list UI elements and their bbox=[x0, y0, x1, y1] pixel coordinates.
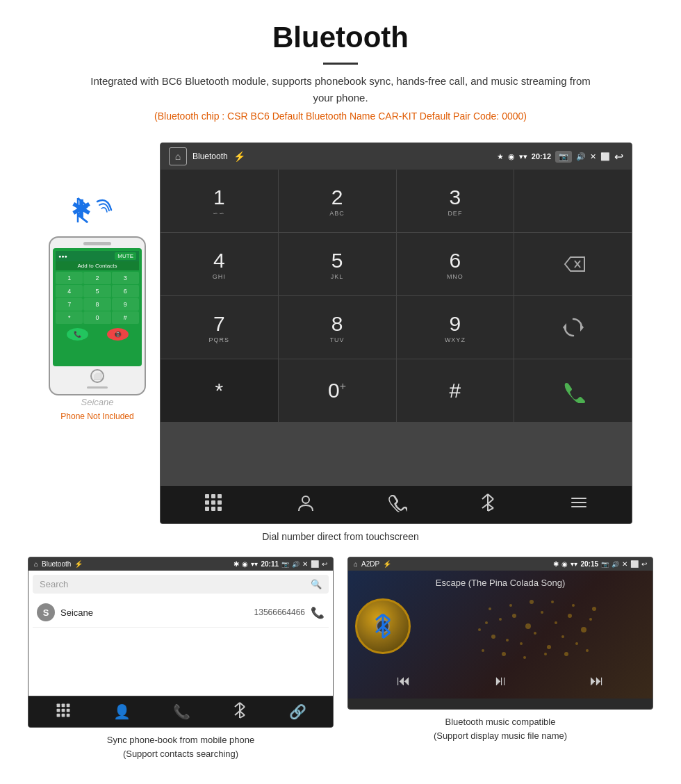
refresh-cell[interactable] bbox=[514, 296, 632, 359]
svg-point-55 bbox=[485, 621, 488, 624]
call-icon-row[interactable]: 📞 bbox=[311, 606, 325, 619]
svg-line-26 bbox=[482, 494, 488, 499]
ms-x[interactable]: ✕ bbox=[622, 560, 627, 568]
svg-point-70 bbox=[589, 618, 592, 621]
svg-line-46 bbox=[235, 711, 240, 715]
phonebook-status-right: ✱ ◉ ▾▾ 20:11 📷 🔊 ✕ ⬜ ↩ bbox=[233, 560, 327, 568]
key-9[interactable]: 9 WXYZ bbox=[397, 296, 514, 359]
svg-rect-11 bbox=[205, 494, 209, 498]
pb-loc: ◉ bbox=[242, 560, 248, 568]
key-8[interactable]: 8 TUV bbox=[279, 296, 396, 359]
key-star[interactable]: * bbox=[161, 359, 278, 422]
svg-rect-33 bbox=[66, 704, 69, 708]
phone-key-9: 9 bbox=[112, 298, 139, 311]
phone-container: ✱ ●●● bbox=[49, 184, 146, 421]
ms-vol: 🔊 bbox=[612, 561, 619, 568]
next-btn[interactable]: ⏭ bbox=[583, 670, 611, 692]
keypad-nav-btn[interactable] bbox=[204, 493, 223, 516]
play-pause-btn[interactable]: ⏯ bbox=[486, 670, 514, 692]
backspace-cell[interactable] bbox=[514, 233, 632, 295]
ms-time: 20:15 bbox=[580, 560, 598, 568]
svg-point-77 bbox=[544, 653, 547, 655]
key-4[interactable]: 4 GHI bbox=[161, 233, 278, 295]
svg-rect-31 bbox=[56, 704, 60, 708]
ms-back[interactable]: ↩ bbox=[641, 560, 647, 568]
pb-win: ⬜ bbox=[311, 560, 319, 568]
pb-x[interactable]: ✕ bbox=[302, 560, 308, 568]
volume-icon: 🔊 bbox=[576, 152, 586, 161]
seicane-watermark: Seicane bbox=[81, 397, 114, 407]
key-5[interactable]: 5 JKL bbox=[279, 233, 396, 295]
time-display: 20:12 bbox=[532, 152, 551, 161]
phone-screen: ●●● MUTE Add to Contacts 1 2 3 4 5 6 7 8… bbox=[53, 248, 142, 366]
pb-nav-keypad[interactable] bbox=[56, 703, 71, 721]
search-bar[interactable]: Search 🔍 bbox=[33, 575, 329, 594]
pb-nav-person[interactable]: 👤 bbox=[113, 703, 131, 720]
phone-key-7: 7 bbox=[56, 298, 83, 311]
music-album-art bbox=[355, 598, 411, 654]
key-7[interactable]: 7 PQRS bbox=[161, 296, 278, 359]
music-caption: Bluetooth music compatible (Support disp… bbox=[434, 715, 567, 742]
home-icon[interactable]: ⌂ bbox=[169, 147, 187, 165]
ms-cam: 📷 bbox=[601, 561, 609, 568]
key-1[interactable]: 1 ∽∽ bbox=[161, 170, 278, 232]
svg-rect-15 bbox=[211, 500, 215, 505]
search-icon[interactable]: 🔍 bbox=[311, 579, 322, 589]
svg-point-69 bbox=[581, 627, 586, 632]
dial-status-label: Bluetooth bbox=[192, 152, 228, 161]
phone-call-btn: 📞 bbox=[67, 328, 88, 341]
music-status-bar: ⌂ A2DP ⚡ ✱ ◉ ▾▾ 20:15 📷 🔊 ✕ ⬜ ↩ bbox=[348, 557, 653, 571]
close-icon[interactable]: ✕ bbox=[590, 152, 596, 161]
svg-rect-14 bbox=[205, 500, 209, 505]
phonebook-screen: ⌂ Bluetooth ⚡ ✱ ◉ ▾▾ 20:11 📷 🔊 ✕ ⬜ ↩ bbox=[28, 557, 334, 728]
call-green-btn[interactable] bbox=[514, 359, 632, 422]
svg-rect-32 bbox=[61, 704, 65, 708]
svg-rect-13 bbox=[218, 494, 222, 498]
svg-point-62 bbox=[534, 632, 536, 635]
svg-line-44 bbox=[240, 715, 245, 718]
ms-home: ⌂ bbox=[354, 560, 358, 568]
call-history-nav-btn[interactable] bbox=[388, 493, 407, 516]
svg-line-43 bbox=[240, 711, 245, 715]
phone-not-included-label: Phone Not Included bbox=[60, 411, 133, 421]
svg-marker-6 bbox=[565, 257, 584, 271]
phone-key-0: 0 bbox=[83, 311, 110, 324]
phonebook-body: Search 🔍 S Seicane 13566664466 📞 bbox=[28, 571, 333, 696]
dial-bottom-nav bbox=[161, 485, 632, 523]
key-hash[interactable]: # bbox=[397, 359, 514, 422]
music-controls: ⏮ ⏯ ⏭ bbox=[355, 670, 646, 692]
pb-nav-link[interactable]: 🔗 bbox=[289, 703, 306, 720]
pb-back[interactable]: ↩ bbox=[322, 560, 327, 568]
svg-line-42 bbox=[240, 707, 245, 711]
pb-bt: ✱ bbox=[233, 560, 239, 568]
svg-point-82 bbox=[592, 607, 596, 611]
bt-waves-area: ✱ bbox=[63, 184, 132, 233]
settings-nav-btn[interactable] bbox=[569, 493, 589, 516]
pb-nav-bt[interactable] bbox=[233, 702, 247, 721]
pb-vol: 🔊 bbox=[292, 561, 300, 568]
music-block: ⌂ A2DP ⚡ ✱ ◉ ▾▾ 20:15 📷 🔊 ✕ ⬜ ↩ bbox=[347, 557, 653, 760]
main-content: ✱ ●●● bbox=[0, 129, 681, 767]
pb-nav-call[interactable]: 📞 bbox=[173, 703, 190, 720]
prev-btn[interactable]: ⏮ bbox=[390, 670, 418, 692]
ms-loc: ◉ bbox=[561, 560, 568, 568]
key-2[interactable]: 2 ABC bbox=[279, 170, 396, 232]
music-song-title: Escape (The Pina Colada Song) bbox=[436, 578, 565, 588]
back-icon[interactable]: ↩ bbox=[614, 150, 623, 163]
contacts-nav-btn[interactable] bbox=[296, 493, 315, 516]
contact-avatar: S bbox=[37, 603, 55, 621]
phone-contact-label: Add to Contacts bbox=[56, 261, 139, 270]
svg-point-72 bbox=[489, 607, 491, 610]
key-6[interactable]: 6 MNO bbox=[397, 233, 514, 295]
svg-point-79 bbox=[564, 652, 568, 656]
svg-line-25 bbox=[488, 508, 493, 511]
phonebook-nav: 👤 📞 🔗 bbox=[28, 696, 333, 727]
music-screen: ⌂ A2DP ⚡ ✱ ◉ ▾▾ 20:15 📷 🔊 ✕ ⬜ ↩ bbox=[347, 557, 653, 710]
key-3[interactable]: 3 DEF bbox=[397, 170, 514, 232]
bluetooth-nav-btn[interactable] bbox=[479, 493, 496, 516]
contact-row[interactable]: S Seicane 13566664466 📞 bbox=[33, 598, 329, 628]
phone-key-hash: # bbox=[112, 311, 139, 324]
phone-speaker bbox=[83, 242, 111, 245]
search-placeholder: Search bbox=[40, 579, 68, 589]
key-0[interactable]: 0+ bbox=[279, 359, 396, 422]
